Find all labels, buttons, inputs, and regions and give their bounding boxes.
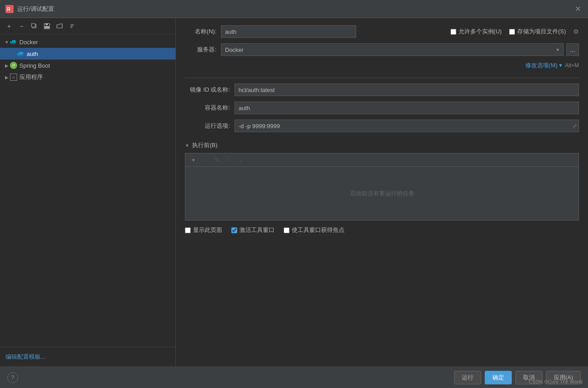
before-exec-section-header[interactable]: ▼ 执行前(B)	[185, 141, 579, 149]
springboot-icon: ↺	[10, 62, 17, 69]
sidebar-toolbar: + −	[0, 18, 175, 34]
image-id-label: 镜像 ID 或名称:	[185, 86, 234, 94]
name-input[interactable]	[221, 25, 356, 38]
sidebar-docker-label: Docker	[19, 39, 38, 46]
svg-rect-18	[21, 53, 23, 55]
name-label: 名称(N):	[185, 28, 221, 36]
server-select-wrapper: Docker ▼	[221, 43, 564, 56]
app-icon: R	[5, 5, 14, 13]
auth-docker-icon	[17, 50, 24, 57]
sort-config-button[interactable]	[67, 21, 78, 32]
docker-icon	[10, 38, 17, 46]
folder-icon	[56, 23, 63, 29]
svg-rect-13	[14, 42, 15, 43]
server-row: 服务器: Docker ▼ ...	[185, 43, 579, 56]
sidebar-applications-label: 应用程序	[19, 73, 43, 81]
tree-arrow-applications: ▶	[4, 74, 10, 80]
svg-rect-5	[46, 23, 48, 25]
sidebar-item-springboot[interactable]: ▶ ↺ Spring Boot	[0, 60, 175, 71]
top-options: 允许多个实例(U) 存储为项目文件(S) ⚙	[450, 28, 579, 36]
sidebar-springboot-label: Spring Boot	[19, 62, 50, 69]
save-config-button[interactable]	[41, 21, 52, 32]
container-name-row: 容器名称:	[185, 102, 579, 114]
activate-tool-window-label[interactable]: 激活工具窗口	[231, 226, 275, 234]
ok-button[interactable]: 确定	[485, 371, 512, 384]
tree-arrow-auth	[11, 51, 17, 57]
sidebar-item-docker[interactable]: ▼ Docker	[0, 36, 175, 48]
allow-multiple-checkbox[interactable]	[450, 29, 456, 35]
name-row: 名称(N): 允许多个实例(U) 存储为项目文件(S) ⚙	[185, 25, 579, 38]
tree-arrow-springboot: ▶	[4, 62, 10, 69]
svg-rect-16	[19, 53, 21, 55]
show-page-checkbox[interactable]	[185, 227, 191, 233]
svg-rect-12	[12, 40, 14, 42]
bottom-left: ?	[7, 372, 18, 383]
modify-options-chevron: ▾	[559, 62, 562, 69]
watermark: CSDN ©Cure The World	[528, 379, 583, 384]
modify-options-link[interactable]: 修改选项(M) ▾	[525, 61, 562, 69]
help-button[interactable]: ?	[7, 372, 18, 383]
edit-templates-link[interactable]: 编辑配置模板...	[5, 353, 46, 360]
focus-tool-window-checkbox[interactable]	[284, 227, 289, 233]
server-more-button[interactable]: ...	[566, 43, 579, 56]
modify-options-shortcut: Alt+M	[565, 62, 579, 69]
svg-rect-11	[12, 42, 14, 43]
run-options-row: 运行选项: ⤢	[185, 120, 579, 132]
settings-icon[interactable]: ⚙	[573, 28, 579, 35]
sort-icon	[69, 23, 75, 29]
sidebar-item-applications[interactable]: ▶ ▭ 应用程序	[0, 71, 175, 83]
image-id-input[interactable]	[234, 83, 579, 96]
before-exec-label: 执行前(B)	[192, 141, 217, 149]
svg-rect-3	[32, 23, 35, 27]
allow-multiple-label[interactable]: 允许多个实例(U)	[450, 28, 502, 36]
section-divider	[185, 78, 579, 78]
sidebar: + −	[0, 18, 176, 366]
before-exec-edit-button[interactable]: ✎	[212, 156, 221, 165]
spacer	[185, 138, 579, 141]
activate-tool-window-checkbox[interactable]	[231, 227, 237, 233]
add-config-button[interactable]: +	[4, 21, 14, 32]
remove-config-button[interactable]: −	[16, 21, 27, 32]
modify-options-row: 修改选项(M) ▾ Alt+M	[185, 61, 579, 69]
svg-rect-6	[45, 26, 49, 28]
save-to-project-label[interactable]: 存储为项目文件(S)	[509, 28, 566, 36]
expand-run-options-button[interactable]: ⤢	[573, 123, 577, 129]
bottom-bar: ? 运行 确定 取消 应用(A)	[0, 366, 588, 388]
server-input-wrapper: Docker ▼ ...	[221, 43, 579, 56]
run-options-input[interactable]	[234, 120, 579, 132]
server-label: 服务器:	[185, 46, 221, 54]
focus-tool-window-label[interactable]: 使工具窗口获得焦点	[284, 226, 345, 234]
applications-icon: ▭	[10, 74, 17, 81]
bottom-checkboxes: 显示此页面 激活工具窗口 使工具窗口获得焦点	[185, 226, 579, 234]
save-to-project-checkbox[interactable]	[509, 29, 515, 35]
sidebar-item-auth[interactable]: auth	[0, 48, 175, 60]
run-button[interactable]: 运行	[454, 371, 481, 384]
before-exec-up-button[interactable]: ↑	[224, 156, 233, 165]
copy-config-button[interactable]	[29, 21, 40, 32]
save-icon	[44, 23, 50, 29]
show-page-label[interactable]: 显示此页面	[185, 226, 222, 234]
content-panel: 名称(N): 允许多个实例(U) 存储为项目文件(S) ⚙ 服务器:	[176, 18, 588, 366]
sidebar-footer: 编辑配置模板...	[0, 347, 175, 366]
server-select[interactable]: Docker	[221, 43, 564, 56]
tree-arrow-docker: ▼	[4, 39, 10, 45]
svg-text:R: R	[7, 6, 10, 12]
before-exec-remove-button[interactable]: −	[201, 156, 210, 165]
folder-config-button[interactable]	[54, 21, 65, 32]
title-bar-text: 运行/调试配置	[17, 5, 573, 13]
svg-rect-17	[19, 52, 21, 53]
copy-icon	[31, 23, 37, 29]
close-button[interactable]: ✕	[573, 3, 583, 15]
svg-rect-15	[18, 53, 19, 55]
svg-rect-10	[10, 42, 12, 43]
before-exec-down-button[interactable]: ↓	[236, 156, 245, 165]
before-exec-toolbar: + − ✎ ↑ ↓	[185, 153, 579, 166]
container-name-input[interactable]	[234, 102, 579, 114]
before-exec-chevron: ▼	[185, 143, 189, 148]
container-name-label: 容器名称:	[185, 104, 234, 112]
image-id-row: 镜像 ID 或名称:	[185, 83, 579, 96]
before-exec-empty-text: 启动前没有要运行的任务	[350, 189, 414, 198]
main-layout: + −	[0, 18, 588, 366]
run-options-label: 运行选项:	[185, 122, 234, 130]
before-exec-add-button[interactable]: +	[189, 156, 198, 165]
